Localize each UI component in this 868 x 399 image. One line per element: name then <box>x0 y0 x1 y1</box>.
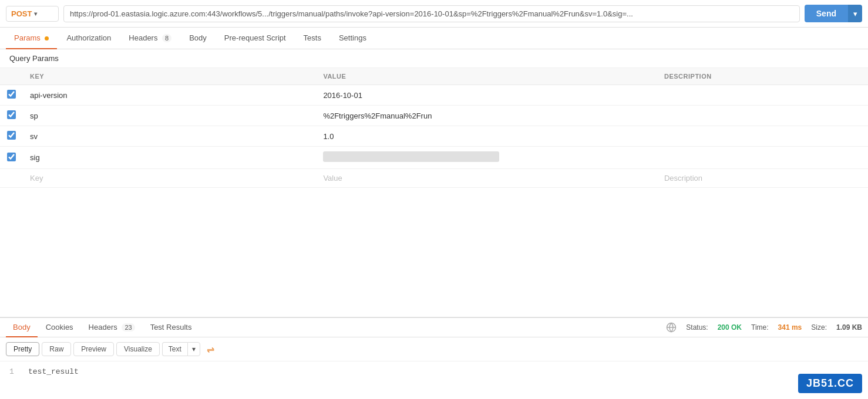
format-raw-button[interactable]: Raw <box>42 342 71 356</box>
row-value-2[interactable]: 1.0 <box>316 126 657 147</box>
row-desc-3 <box>657 147 868 169</box>
table-row-placeholder: Key Value Description <box>0 169 868 188</box>
method-label: POST <box>11 9 32 18</box>
format-bar: Pretty Raw Preview Visualize Text ▾ ⇌ <box>0 337 868 361</box>
response-tab-test-results[interactable]: Test Results <box>143 318 199 337</box>
table-header-row: KEY VALUE DESCRIPTION <box>0 68 868 85</box>
time-value: 341 ms <box>778 323 802 332</box>
table-row: sig <box>0 147 868 169</box>
size-label: Size: <box>811 323 827 332</box>
line-number-1: 1 <box>9 367 19 376</box>
table-row: api-version 2016-10-01 <box>0 85 868 106</box>
response-tabs: Body Cookies Headers 23 Test Results Sta… <box>0 318 868 337</box>
top-bar: POST ▾ https://prod-01.eastasia.logic.az… <box>0 0 868 28</box>
response-body-code: 1 test_result <box>0 361 868 399</box>
table-row: sv 1.0 <box>0 126 868 147</box>
wrap-text-icon[interactable]: ⇌ <box>203 341 219 357</box>
params-dot-indicator <box>45 36 49 40</box>
headers-badge: 8 <box>162 34 171 42</box>
response-tab-body[interactable]: Body <box>6 318 38 337</box>
row-desc-2 <box>657 126 868 147</box>
row-desc-0 <box>657 85 868 106</box>
size-value: 1.09 KB <box>836 323 862 332</box>
row-key-0[interactable]: api-version <box>23 85 316 106</box>
col-key: KEY <box>23 68 316 85</box>
row-desc-1 <box>657 106 868 126</box>
globe-icon <box>666 322 677 333</box>
row-checkbox-3[interactable] <box>7 153 16 161</box>
tab-body[interactable]: Body <box>181 28 215 49</box>
tab-settings[interactable]: Settings <box>331 28 375 49</box>
time-label: Time: <box>751 323 769 332</box>
format-text-button[interactable]: Text <box>162 342 187 356</box>
send-button[interactable]: Send <box>805 5 848 22</box>
row-checkbox-0[interactable] <box>7 90 16 99</box>
query-params-section: Query Params KEY VALUE DESCRIPTION api-v… <box>0 49 868 188</box>
request-tabs: Params Authorization Headers 8 Body Pre-… <box>0 28 868 49</box>
status-value: 200 OK <box>718 323 742 332</box>
format-type-dropdown: Text ▾ <box>162 342 200 356</box>
row-value-3-masked <box>316 147 657 169</box>
row-checkbox-2[interactable] <box>7 131 16 140</box>
code-line-1: 1 test_result <box>9 367 859 376</box>
send-button-group: Send ▾ <box>805 5 862 22</box>
main-content: Query Params KEY VALUE DESCRIPTION api-v… <box>0 49 868 317</box>
tab-params[interactable]: Params <box>6 28 57 49</box>
placeholder-key[interactable]: Key <box>23 169 316 188</box>
row-key-3[interactable]: sig <box>23 147 316 169</box>
tab-headers[interactable]: Headers 8 <box>120 28 180 49</box>
format-pretty-button[interactable]: Pretty <box>6 342 39 356</box>
col-checkbox <box>0 68 23 85</box>
format-visualize-button[interactable]: Visualize <box>116 342 160 356</box>
tab-prerequest[interactable]: Pre-request Script <box>216 28 294 49</box>
url-input[interactable]: https://prod-01.eastasia.logic.azure.com… <box>63 5 800 22</box>
tab-authorization[interactable]: Authorization <box>58 28 119 49</box>
table-row: sp %2Ftriggers%2Fmanual%2Frun <box>0 106 868 126</box>
row-key-1[interactable]: sp <box>23 106 316 126</box>
response-tab-headers[interactable]: Headers 23 <box>82 318 142 337</box>
method-selector[interactable]: POST ▾ <box>6 6 59 22</box>
row-key-2[interactable]: sv <box>23 126 316 147</box>
query-params-label: Query Params <box>0 49 868 68</box>
col-description: DESCRIPTION <box>657 68 868 85</box>
format-preview-button[interactable]: Preview <box>73 342 114 356</box>
response-status: Status: 200 OK Time: 341 ms Size: 1.09 K… <box>666 322 862 333</box>
col-value: VALUE <box>316 68 657 85</box>
chevron-down-icon: ▾ <box>34 11 37 17</box>
send-dropdown-button[interactable]: ▾ <box>848 5 862 22</box>
placeholder-value[interactable]: Value <box>316 169 657 188</box>
response-headers-badge: 23 <box>122 323 134 332</box>
response-panel: Body Cookies Headers 23 Test Results Sta… <box>0 317 868 399</box>
response-tab-cookies[interactable]: Cookies <box>39 318 80 337</box>
row-value-0[interactable]: 2016-10-01 <box>316 85 657 106</box>
status-label: Status: <box>686 323 708 332</box>
row-value-1[interactable]: %2Ftriggers%2Fmanual%2Frun <box>316 106 657 126</box>
format-type-dropdown-arrow[interactable]: ▾ <box>187 342 200 356</box>
params-table: KEY VALUE DESCRIPTION api-version 2016-1… <box>0 68 868 188</box>
watermark: JB51.CC <box>798 374 862 393</box>
placeholder-description[interactable]: Description <box>657 169 868 188</box>
row-checkbox-1[interactable] <box>7 110 16 119</box>
tab-tests[interactable]: Tests <box>295 28 329 49</box>
code-content-1: test_result <box>28 367 79 376</box>
